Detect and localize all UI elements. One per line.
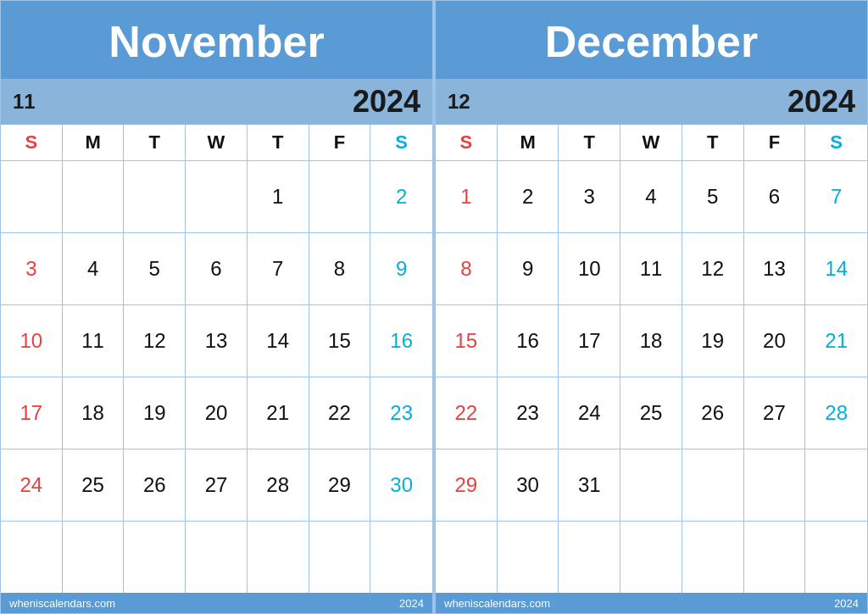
month-subheader: 122024 (436, 79, 867, 125)
calendar-row (436, 522, 867, 593)
calendar-cell: 25 (620, 377, 682, 449)
month-title: November (1, 1, 432, 79)
month-year: 2024 (787, 84, 855, 120)
calendar-row: 3456789 (1, 233, 432, 305)
calendar-cell: 8 (436, 233, 498, 304)
calendar-cell: 1 (436, 161, 498, 232)
calendar-cell (186, 522, 248, 593)
calendar-row: 22232425262728 (436, 377, 867, 449)
calendar-cell (63, 522, 125, 593)
day-headers-row: SMTWTFS (1, 125, 432, 161)
calendar-cell: 28 (248, 449, 309, 521)
calendar-cell (620, 522, 682, 593)
footer-bar: wheniscalendars.com2024 (1, 593, 432, 613)
month-year: 2024 (353, 84, 420, 120)
day-header-w-3: W (186, 125, 248, 160)
calendar-cell: 5 (682, 161, 744, 232)
calendar-cell (682, 522, 744, 593)
calendar-row: 12 (1, 161, 432, 233)
calendar-cell: 23 (498, 377, 559, 449)
calendar-cell: 6 (186, 233, 248, 304)
calendar-cell: 9 (370, 233, 432, 304)
calendar-cell: 20 (744, 305, 806, 377)
calendar-cell (186, 161, 248, 232)
calendar-cell (63, 161, 125, 232)
calendar-cell: 24 (1, 449, 63, 521)
calendar-cell: 13 (744, 233, 806, 304)
calendar-cell: 30 (370, 449, 432, 521)
calendar-cell (805, 449, 867, 521)
calendar-cell (309, 161, 371, 232)
calendar-cell: 17 (1, 377, 63, 449)
calendar-cell: 16 (370, 305, 432, 377)
day-header-t-2: T (124, 125, 186, 160)
day-header-w-3: W (620, 125, 682, 160)
day-header-s-0: S (436, 125, 498, 160)
calendar-cell: 21 (805, 305, 867, 377)
calendar-cell: 7 (248, 233, 309, 304)
calendar-cell (370, 522, 432, 593)
calendar-cell: 25 (63, 449, 125, 521)
calendar-cell (744, 449, 806, 521)
day-header-f-5: F (744, 125, 806, 160)
footer-year: 2024 (399, 597, 424, 610)
calendar-cell: 24 (559, 377, 620, 449)
footer-year: 2024 (834, 597, 859, 610)
day-header-m-1: M (498, 125, 559, 160)
calendar-cell: 15 (436, 305, 498, 377)
calendar-cell: 2 (370, 161, 432, 232)
calendar-cell (620, 449, 682, 521)
calendar-row: 293031 (436, 449, 867, 522)
calendar-cell: 28 (805, 377, 867, 449)
calendar-cell: 3 (1, 233, 63, 304)
calendar-cell: 11 (620, 233, 682, 304)
day-header-t-4: T (248, 125, 309, 160)
calendar-grid: 1234567891011121314151617181920212223242… (436, 161, 867, 593)
calendar-cell: 22 (309, 377, 371, 449)
calendar-wrapper: November112024SMTWTFS1234567891011121314… (0, 0, 868, 614)
calendar-cell: 4 (620, 161, 682, 232)
calendar-cell: 9 (498, 233, 559, 304)
footer-website: wheniscalendars.com (9, 597, 115, 610)
calendar-cell: 10 (559, 233, 620, 304)
calendar-cell: 12 (124, 305, 186, 377)
calendar-row: 15161718192021 (436, 305, 867, 377)
calendar-cell: 7 (805, 161, 867, 232)
calendar-row: 891011121314 (436, 233, 867, 305)
calendar-cell (682, 449, 744, 521)
calendar-cell: 1 (248, 161, 309, 232)
day-header-s-6: S (805, 125, 867, 160)
calendar-cell: 8 (309, 233, 371, 304)
calendar-cell (248, 522, 309, 593)
calendar-cell: 27 (744, 377, 806, 449)
calendar-cell: 18 (620, 305, 682, 377)
calendar-cell (436, 522, 498, 593)
calendar-cell: 30 (498, 449, 559, 521)
calendar-cell: 26 (682, 377, 744, 449)
calendar-cell: 23 (370, 377, 432, 449)
day-headers-row: SMTWTFS (436, 125, 867, 161)
calendar-cell: 26 (124, 449, 186, 521)
calendar-cell: 17 (559, 305, 620, 377)
calendar-cell (498, 522, 559, 593)
calendar-row: 1234567 (436, 161, 867, 233)
calendar-cell: 6 (744, 161, 806, 232)
calendar-cell: 21 (248, 377, 309, 449)
calendar-cell: 3 (559, 161, 620, 232)
calendar-cell (1, 161, 63, 232)
calendar-row (1, 522, 432, 593)
calendar-month-november: November112024SMTWTFS1234567891011121314… (0, 0, 433, 614)
day-header-t-2: T (559, 125, 620, 160)
calendar-cell: 14 (805, 233, 867, 304)
day-header-f-5: F (309, 125, 371, 160)
day-header-m-1: M (63, 125, 125, 160)
calendar-grid: 1234567891011121314151617181920212223242… (1, 161, 432, 593)
calendar-cell: 12 (682, 233, 744, 304)
calendar-row: 17181920212223 (1, 377, 432, 449)
month-number: 12 (448, 90, 470, 114)
calendar-cell: 16 (498, 305, 559, 377)
calendar-cell: 19 (124, 377, 186, 449)
calendar-cell (744, 522, 806, 593)
calendar-cell (309, 522, 371, 593)
calendar-cell: 19 (682, 305, 744, 377)
